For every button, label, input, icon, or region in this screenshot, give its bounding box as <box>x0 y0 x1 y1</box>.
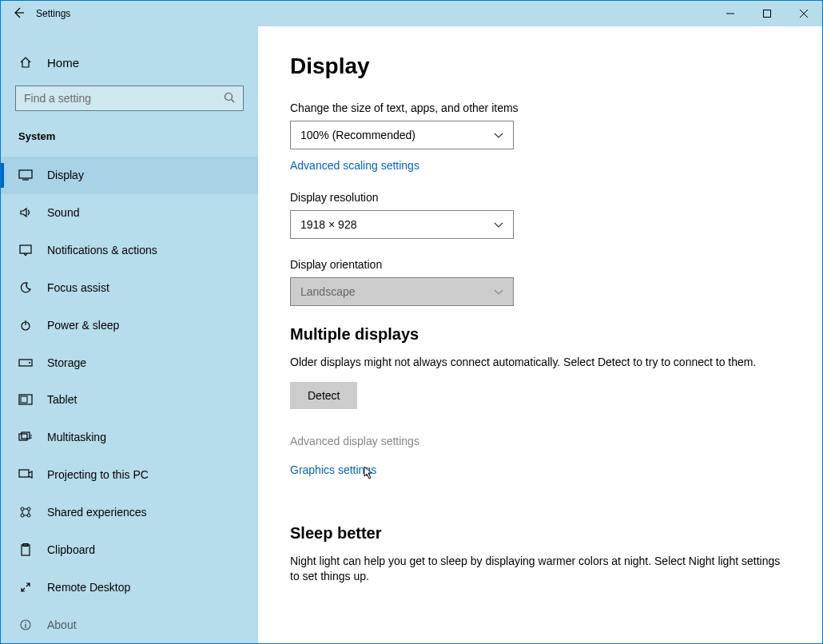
svg-point-4 <box>225 93 233 100</box>
nav-multitasking[interactable]: Multitasking <box>1 419 258 456</box>
svg-point-12 <box>29 362 30 364</box>
nav-label: Storage <box>47 356 86 369</box>
graphics-settings-link[interactable]: Graphics settings <box>290 463 376 476</box>
orientation-dropdown: Landscape <box>290 277 514 306</box>
nav-label: Sound <box>47 206 79 219</box>
scale-value: 100% (Recommended) <box>300 129 415 141</box>
nav-focus-assist[interactable]: Focus assist <box>1 269 258 307</box>
nav-label: Multitasking <box>47 431 106 443</box>
nav-label: Projecting to this PC <box>47 468 149 481</box>
nav-display[interactable]: Display <box>1 157 258 194</box>
svg-rect-1 <box>764 10 771 18</box>
tablet-icon <box>18 392 33 407</box>
svg-point-22 <box>21 514 24 517</box>
close-button[interactable] <box>785 1 822 26</box>
svg-point-21 <box>27 507 30 511</box>
page-title: Display <box>290 54 790 79</box>
nav-label: Notifications & actions <box>47 244 157 256</box>
sidebar: Home System Display Sound Notificatio <box>1 26 258 643</box>
remote-icon <box>18 580 33 594</box>
svg-rect-19 <box>19 470 29 477</box>
sound-icon <box>18 205 33 220</box>
advanced-display-link[interactable]: Advanced display settings <box>290 435 419 447</box>
shared-icon <box>18 505 33 519</box>
nav-clipboard[interactable]: Clipboard <box>1 531 258 568</box>
orientation-value: Landscape <box>300 285 356 298</box>
nav-power-sleep[interactable]: Power & sleep <box>1 306 258 344</box>
titlebar: Settings <box>1 1 822 26</box>
multiple-displays-heading: Multiple displays <box>290 325 790 344</box>
back-button[interactable] <box>12 6 25 22</box>
scale-dropdown[interactable]: 100% (Recommended) <box>290 121 514 149</box>
nav-storage[interactable]: Storage <box>1 344 258 381</box>
nav-remote-desktop[interactable]: Remote Desktop <box>1 568 258 606</box>
search-box[interactable] <box>15 85 244 111</box>
power-icon <box>18 318 33 332</box>
minimize-button[interactable] <box>712 1 749 26</box>
nav-shared-experiences[interactable]: Shared experiences <box>1 494 258 531</box>
resolution-label: Display resolution <box>290 191 790 204</box>
resolution-dropdown[interactable]: 1918 × 928 <box>290 210 514 239</box>
nav-label: About <box>47 618 77 631</box>
nav-list: Display Sound Notifications & actions Fo… <box>1 157 258 643</box>
multiple-displays-desc: Older displays might not always connect … <box>290 355 790 371</box>
nav-label: Focus assist <box>47 281 109 294</box>
home-label: Home <box>47 56 79 70</box>
nav-label: Clipboard <box>47 543 95 556</box>
chevron-down-icon <box>494 218 503 231</box>
svg-point-32 <box>25 622 26 623</box>
nav-label: Shared experiences <box>47 506 147 519</box>
advanced-scaling-link[interactable]: Advanced scaling settings <box>290 159 419 172</box>
section-label: System <box>1 125 258 157</box>
search-input[interactable] <box>24 92 224 105</box>
moon-icon <box>18 280 33 295</box>
svg-rect-15 <box>19 434 27 440</box>
notifications-icon <box>18 243 33 257</box>
nav-notifications[interactable]: Notifications & actions <box>1 232 258 269</box>
content-pane: Display Change the size of text, apps, a… <box>258 26 822 643</box>
resolution-value: 1918 × 928 <box>300 218 356 231</box>
chevron-down-icon <box>494 285 503 298</box>
svg-point-20 <box>21 507 24 511</box>
info-icon <box>18 618 33 632</box>
sleep-better-desc: Night light can help you get to sleep by… <box>290 554 790 585</box>
nav-sound[interactable]: Sound <box>1 194 258 232</box>
nav-label: Tablet <box>47 393 77 406</box>
nav-label: Remote Desktop <box>47 581 130 594</box>
svg-rect-8 <box>20 245 31 253</box>
nav-label: Power & sleep <box>47 319 119 332</box>
clipboard-icon <box>18 543 33 557</box>
svg-rect-16 <box>22 432 30 439</box>
svg-line-5 <box>232 99 235 102</box>
nav-projecting[interactable]: Projecting to this PC <box>1 456 258 494</box>
monitor-icon <box>18 168 33 182</box>
svg-rect-14 <box>21 396 27 403</box>
svg-rect-6 <box>19 170 32 178</box>
nav-about[interactable]: About <box>1 606 258 643</box>
search-icon <box>224 92 235 105</box>
maximize-button[interactable] <box>749 1 785 26</box>
sleep-better-heading: Sleep better <box>290 524 790 543</box>
scale-label: Change the size of text, apps, and other… <box>290 101 790 114</box>
svg-point-23 <box>27 514 30 517</box>
window-title: Settings <box>36 8 70 19</box>
home-nav[interactable]: Home <box>1 47 258 78</box>
nav-label: Display <box>47 169 84 181</box>
projecting-icon <box>18 467 33 482</box>
multitasking-icon <box>18 430 33 444</box>
storage-icon <box>18 356 33 370</box>
detect-button[interactable]: Detect <box>290 382 357 409</box>
nav-tablet[interactable]: Tablet <box>1 381 258 419</box>
chevron-down-icon <box>494 129 503 141</box>
home-icon <box>18 55 33 70</box>
orientation-label: Display orientation <box>290 258 790 271</box>
